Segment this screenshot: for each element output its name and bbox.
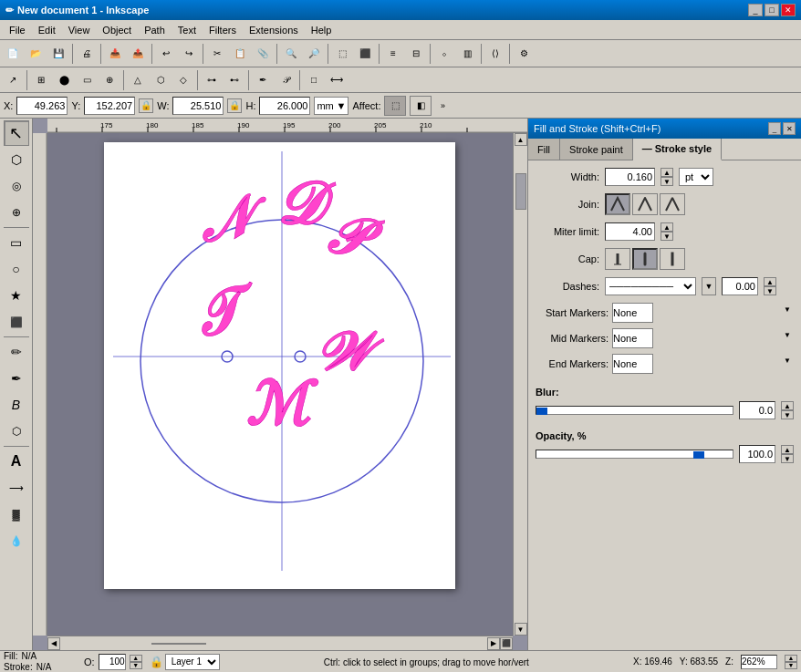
zoom-out-btn[interactable]: 🔎 bbox=[303, 43, 325, 65]
cap-round-btn[interactable] bbox=[632, 248, 658, 270]
tab-stroke-paint[interactable]: Stroke paint bbox=[560, 139, 633, 160]
square-snap[interactable]: □ bbox=[303, 69, 325, 91]
maximize-button[interactable]: □ bbox=[765, 4, 779, 16]
node-tool-btn[interactable]: ⬡ bbox=[4, 147, 29, 172]
snap-tool4[interactable]: ◇ bbox=[172, 69, 194, 91]
snap-bbox[interactable]: ▭ bbox=[76, 69, 98, 91]
y-input[interactable] bbox=[84, 97, 135, 115]
dashes-select[interactable]: ───────── - - - - - - · · · · · · bbox=[605, 277, 696, 295]
width-unit-select[interactable]: pt px mm bbox=[679, 168, 713, 186]
opacity-input[interactable] bbox=[739, 445, 775, 463]
cut-btn[interactable]: ✂ bbox=[206, 43, 228, 65]
opacity-down[interactable]: ▼ bbox=[781, 454, 794, 463]
dropper-tool-btn[interactable]: 💧 bbox=[4, 528, 29, 553]
fill-btn[interactable]: ▥ bbox=[456, 43, 478, 65]
scroll-right-arrow[interactable]: ▶ bbox=[487, 637, 500, 650]
layer-select[interactable]: Layer 1 bbox=[165, 654, 220, 670]
lock-wh[interactable]: 🔒 bbox=[227, 98, 242, 113]
pen-snap[interactable]: ✒ bbox=[252, 69, 274, 91]
print-btn[interactable]: 🖨 bbox=[76, 43, 98, 65]
snap-tool5[interactable]: ⊶ bbox=[201, 69, 223, 91]
xml-btn[interactable]: ⟨⟩ bbox=[484, 43, 506, 65]
mid-markers-select[interactable]: None Arrow bbox=[612, 328, 653, 348]
h-input[interactable] bbox=[259, 97, 310, 115]
join-round-btn[interactable] bbox=[632, 193, 658, 215]
tab-fill[interactable]: Fill bbox=[528, 139, 560, 160]
connector-tool-btn[interactable]: ⟶ bbox=[4, 475, 29, 501]
blur-slider[interactable] bbox=[536, 406, 733, 415]
menu-edit[interactable]: Edit bbox=[33, 23, 61, 37]
ungroup-btn[interactable]: ⬛ bbox=[354, 43, 376, 65]
width-up[interactable]: ▲ bbox=[661, 168, 673, 177]
opacity-slider[interactable] bbox=[536, 450, 733, 459]
extend-snap[interactable]: ⟷ bbox=[326, 69, 348, 91]
affect-btn1[interactable]: ⬚ bbox=[384, 96, 406, 116]
calligraphy-tool-btn[interactable]: B bbox=[4, 392, 29, 418]
scroll-up-arrow[interactable]: ▲ bbox=[515, 133, 527, 146]
panel-close[interactable]: ✕ bbox=[783, 122, 796, 135]
cap-square-btn[interactable] bbox=[660, 248, 685, 270]
artwork[interactable]: 𝒩 𝒟 𝒫 𝒯 bbox=[104, 142, 455, 589]
dashes-offset[interactable] bbox=[722, 277, 758, 295]
snap-tool3[interactable]: ⬡ bbox=[150, 69, 172, 91]
scroll-h-thumb[interactable] bbox=[151, 643, 206, 645]
menu-text[interactable]: Text bbox=[172, 23, 202, 37]
pen-tool-btn[interactable]: ✒ bbox=[4, 366, 29, 391]
end-markers-select[interactable]: None Arrow bbox=[612, 354, 653, 374]
scroll-vertical[interactable]: ▲ ▼ bbox=[513, 133, 527, 636]
preferences-btn[interactable]: ⚙ bbox=[513, 43, 535, 65]
select-tool-btn[interactable]: ↖ bbox=[4, 120, 29, 146]
import-btn[interactable]: 📥 bbox=[104, 43, 126, 65]
cap-butt-btn[interactable] bbox=[605, 248, 630, 270]
ellipse-tool-btn[interactable]: ○ bbox=[4, 256, 29, 282]
menu-view[interactable]: View bbox=[63, 23, 96, 37]
redo-btn[interactable]: ↪ bbox=[178, 43, 200, 65]
dashes-dropdown[interactable]: ▼ bbox=[702, 277, 716, 295]
snap-to-grid[interactable]: ⊞ bbox=[30, 69, 52, 91]
menu-path[interactable]: Path bbox=[139, 23, 171, 37]
panel-minimize[interactable]: _ bbox=[768, 122, 781, 135]
miter-down[interactable]: ▼ bbox=[661, 232, 673, 241]
width-down[interactable]: ▼ bbox=[661, 177, 673, 186]
zoom-down[interactable]: ▼ bbox=[785, 662, 797, 669]
tab-stroke-style[interactable]: — Stroke style bbox=[633, 139, 722, 160]
affect-btn2[interactable]: ◧ bbox=[410, 96, 432, 116]
copy-btn[interactable]: 📋 bbox=[229, 43, 251, 65]
zoom-in-btn[interactable]: 🔍 bbox=[280, 43, 302, 65]
menu-help[interactable]: Help bbox=[306, 23, 338, 37]
paste-btn[interactable]: 📎 bbox=[252, 43, 274, 65]
dashes-down[interactable]: ▼ bbox=[764, 286, 776, 295]
star-tool-btn[interactable]: ★ bbox=[4, 283, 29, 308]
snap-nodes[interactable]: ⬤ bbox=[53, 69, 75, 91]
more-options[interactable]: » bbox=[435, 96, 450, 116]
opacity-status-down[interactable]: ▼ bbox=[130, 662, 142, 669]
pencil-tool-btn[interactable]: ✏ bbox=[4, 339, 29, 365]
export-btn[interactable]: 📤 bbox=[127, 43, 149, 65]
w-input[interactable] bbox=[172, 97, 224, 115]
3dbox-tool-btn[interactable]: ⬛ bbox=[4, 309, 29, 335]
width-input[interactable] bbox=[605, 168, 655, 186]
scroll-v-thumb[interactable] bbox=[515, 173, 526, 210]
snap-select[interactable]: ↗ bbox=[2, 69, 24, 91]
new-btn[interactable]: 📄 bbox=[2, 43, 24, 65]
canvas[interactable]: 𝒩 𝒟 𝒫 𝒯 bbox=[47, 133, 513, 636]
minimize-button[interactable]: _ bbox=[748, 4, 763, 16]
x-input[interactable] bbox=[16, 97, 68, 115]
blur-input[interactable] bbox=[739, 401, 775, 419]
miter-up[interactable]: ▲ bbox=[661, 222, 673, 232]
snap-tool2[interactable]: △ bbox=[127, 69, 149, 91]
menu-object[interactable]: Object bbox=[97, 23, 137, 37]
path-snap[interactable]: 𝒫 bbox=[275, 69, 296, 91]
menu-file[interactable]: File bbox=[4, 23, 31, 37]
miter-input[interactable] bbox=[605, 222, 655, 241]
zoom-tool-btn[interactable]: ⊕ bbox=[4, 200, 29, 225]
opacity-up[interactable]: ▲ bbox=[781, 445, 794, 454]
zoom-up[interactable]: ▲ bbox=[785, 655, 797, 662]
rect-tool-btn[interactable]: ▭ bbox=[4, 230, 29, 255]
align-btn[interactable]: ≡ bbox=[382, 43, 404, 65]
menu-filters[interactable]: Filters bbox=[203, 23, 242, 37]
tweak-tool-btn[interactable]: ◎ bbox=[4, 173, 29, 199]
gradient-tool-btn[interactable]: ▓ bbox=[4, 501, 29, 527]
scroll-left-arrow[interactable]: ◀ bbox=[47, 637, 60, 650]
node-btn[interactable]: ⬦ bbox=[433, 43, 455, 65]
